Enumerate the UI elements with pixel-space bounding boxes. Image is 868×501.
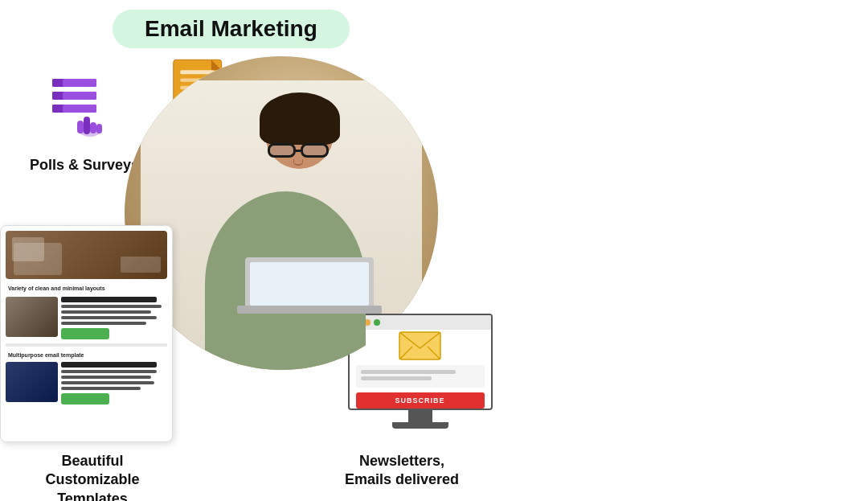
svg-rect-10 (84, 117, 90, 134)
polls-surveys-icon (48, 72, 121, 148)
svg-rect-12 (90, 122, 96, 133)
monitor-base (392, 422, 448, 429)
monitor-form (356, 365, 485, 388)
svg-rect-7 (52, 105, 60, 113)
svg-rect-2 (63, 79, 96, 87)
svg-rect-4 (52, 92, 60, 100)
svg-rect-1 (52, 79, 60, 87)
email-marketing-title: Email Marketing (113, 10, 350, 48)
email-template-card: Variety of clean and minimal layouts Mul… (0, 225, 173, 442)
template-image-top (6, 231, 167, 279)
marketing-automation-section: Marketing Automation Welcome to our Comm… (579, 0, 868, 501)
monitor-top-bar (350, 315, 491, 330)
svg-rect-5 (63, 92, 96, 100)
newsletter-label: Newsletters,Emails delivered (313, 452, 490, 490)
monitor-content: SUBSCRIBE (350, 359, 491, 410)
monitor-stand (408, 410, 432, 422)
svg-rect-13 (96, 124, 102, 133)
email-marketing-title-text: Email Marketing (145, 16, 317, 41)
svg-rect-8 (63, 105, 96, 113)
template-row-2 (6, 362, 167, 404)
monitor-dot-green (374, 319, 380, 326)
email-marketing-section: Email Marketing Polls & Surveys (0, 0, 563, 501)
subscribe-button[interactable]: SUBSCRIBE (356, 392, 485, 409)
template-row-1 (6, 297, 167, 339)
beautiful-label: BeautifulCustomizableTemplates (12, 452, 173, 501)
svg-rect-11 (77, 121, 84, 133)
monitor-screen: SUBSCRIBE (348, 314, 493, 410)
